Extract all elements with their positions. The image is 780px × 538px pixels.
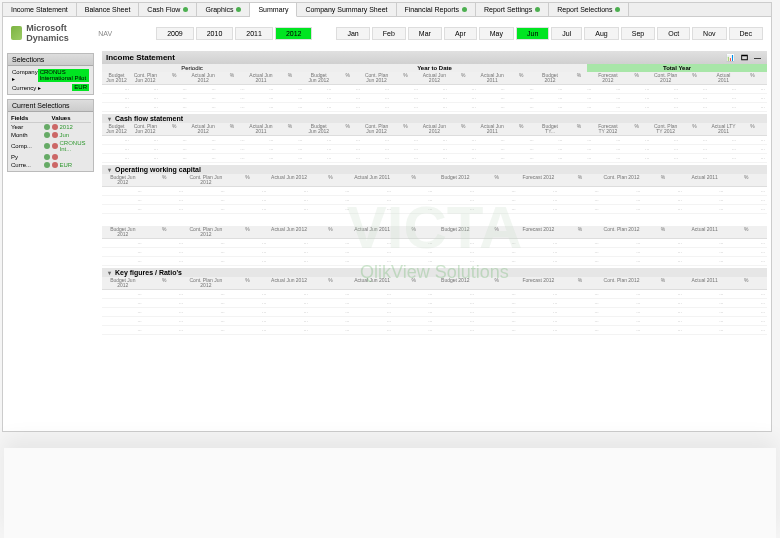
column-header[interactable]: Cont. Plan 2012 — [601, 226, 643, 238]
column-header[interactable]: Cont. Plan Jun 2012 — [185, 277, 227, 289]
column-header[interactable]: % — [449, 72, 478, 84]
column-header[interactable]: Budget 2012 — [536, 72, 565, 84]
column-header[interactable]: % — [227, 226, 269, 238]
column-header[interactable]: % — [310, 226, 352, 238]
column-header[interactable]: % — [391, 72, 420, 84]
current-selection-row[interactable]: Curre...EUR — [10, 161, 91, 169]
month-jun[interactable]: Jun — [516, 27, 549, 40]
column-header[interactable]: Forecast 2012 — [518, 226, 560, 238]
column-header[interactable]: Budget Jun 2012 — [102, 277, 144, 289]
chart-icon[interactable]: 📊 — [724, 54, 737, 62]
column-header[interactable]: Cont. Plan 2012 — [601, 174, 643, 186]
column-header[interactable]: Actual Jun 2012 — [420, 72, 449, 84]
column-header[interactable]: Forecast 2012 — [518, 277, 560, 289]
column-header[interactable]: Actual Jun 2011 — [478, 72, 507, 84]
column-header[interactable]: Budget 2012 — [435, 174, 477, 186]
column-header[interactable]: Budget 2012 — [435, 226, 477, 238]
column-header[interactable]: % — [507, 72, 536, 84]
column-header[interactable]: Forecast TY 2012 — [593, 123, 622, 135]
column-header[interactable]: Actual Jun 2011 — [247, 123, 276, 135]
column-header[interactable]: % — [333, 123, 362, 135]
month-oct[interactable]: Oct — [657, 27, 690, 40]
lock-icon[interactable] — [52, 162, 58, 168]
current-selection-row[interactable]: Py — [10, 153, 91, 161]
month-aug[interactable]: Aug — [584, 27, 618, 40]
column-header[interactable]: Actual Jun 2011 — [351, 277, 393, 289]
column-header[interactable]: Actual 2011 — [684, 226, 726, 238]
column-header[interactable]: Budget Jun 2012 — [304, 123, 333, 135]
column-header[interactable]: Budget Jun 2012 — [304, 72, 333, 84]
column-header[interactable]: % — [160, 123, 189, 135]
column-header[interactable]: % — [622, 72, 651, 84]
column-header[interactable]: Actual Jun 2012 — [420, 123, 449, 135]
column-header[interactable]: Cont. Plan Jun 2012 — [131, 123, 160, 135]
tab-graphics[interactable]: Graphics — [197, 3, 250, 16]
month-apr[interactable]: Apr — [444, 27, 477, 40]
column-header[interactable]: % — [559, 226, 601, 238]
month-sep[interactable]: Sep — [621, 27, 655, 40]
column-header[interactable]: % — [680, 123, 709, 135]
column-header[interactable]: Cont. Plan 2012 — [601, 277, 643, 289]
column-header[interactable]: % — [476, 174, 518, 186]
tab-financial-reports[interactable]: Financial Reports — [397, 3, 476, 16]
tab-company-summary-sheet[interactable]: Company Summary Sheet — [297, 3, 396, 16]
column-header[interactable]: Budget Jun 2012 — [102, 72, 131, 84]
month-may[interactable]: May — [479, 27, 514, 40]
column-header[interactable]: % — [310, 174, 352, 186]
collapse-icon[interactable]: ▾ — [106, 115, 113, 122]
column-header[interactable]: Forecast 2012 — [518, 174, 560, 186]
column-header[interactable]: Cont. Plan TY 2012 — [651, 123, 680, 135]
clear-icon[interactable] — [44, 154, 50, 160]
column-header[interactable]: Actual Jun 2012 — [268, 226, 310, 238]
column-header[interactable]: % — [160, 72, 189, 84]
column-header[interactable]: % — [393, 226, 435, 238]
current-selection-row[interactable]: MonthJun — [10, 131, 91, 139]
clear-icon[interactable] — [44, 162, 50, 168]
collapse-icon[interactable]: ▾ — [106, 269, 113, 276]
column-header[interactable]: Forecast 2012 — [593, 72, 622, 84]
column-header[interactable]: Actual Jun 2012 — [189, 123, 218, 135]
clear-icon[interactable] — [44, 124, 50, 130]
column-header[interactable]: % — [725, 174, 767, 186]
tab-report-settings[interactable]: Report Settings — [476, 3, 549, 16]
column-header[interactable]: % — [333, 72, 362, 84]
month-mar[interactable]: Mar — [408, 27, 442, 40]
column-header[interactable]: % — [275, 72, 304, 84]
column-header[interactable]: % — [738, 72, 767, 84]
column-header[interactable]: Budget TY... — [536, 123, 565, 135]
clear-icon[interactable] — [44, 143, 50, 149]
column-header[interactable]: % — [565, 123, 594, 135]
column-header[interactable]: Cont. Plan 2012 — [651, 72, 680, 84]
column-header[interactable]: % — [310, 277, 352, 289]
column-header[interactable]: % — [725, 277, 767, 289]
year-2010[interactable]: 2010 — [196, 27, 234, 40]
column-header[interactable]: Budget Jun 2012 — [102, 226, 144, 238]
expand-icon[interactable]: 🗖 — [739, 54, 750, 62]
current-selection-row[interactable]: Year2012 — [10, 123, 91, 131]
column-header[interactable]: Budget Jun 2012 — [102, 174, 144, 186]
column-header[interactable]: % — [227, 277, 269, 289]
column-header[interactable]: Actual Jun 2011 — [478, 123, 507, 135]
column-header[interactable]: Cont. Plan Jun 2012 — [362, 123, 391, 135]
collapse-icon[interactable]: ▾ — [106, 166, 113, 173]
column-header[interactable]: % — [144, 174, 186, 186]
column-header[interactable]: % — [642, 277, 684, 289]
current-selection-row[interactable]: Comp...CRONUS Int... — [10, 139, 91, 153]
column-header[interactable]: % — [391, 123, 420, 135]
column-header[interactable]: % — [275, 123, 304, 135]
month-feb[interactable]: Feb — [372, 27, 406, 40]
tab-cash-flow[interactable]: Cash Flow — [139, 3, 197, 16]
column-header[interactable]: Actual Jun 2011 — [247, 72, 276, 84]
column-header[interactable]: % — [507, 123, 536, 135]
column-header[interactable]: Actual Jun 2011 — [351, 174, 393, 186]
column-header[interactable]: Actual Jun 2012 — [268, 174, 310, 186]
year-2011[interactable]: 2011 — [235, 27, 273, 40]
column-header[interactable]: % — [144, 226, 186, 238]
column-header[interactable]: % — [680, 72, 709, 84]
column-header[interactable]: Actual 2011 — [684, 174, 726, 186]
column-header[interactable]: % — [218, 72, 247, 84]
column-header[interactable]: Cont. Plan Jun 2012 — [185, 226, 227, 238]
column-header[interactable]: % — [559, 277, 601, 289]
column-header[interactable]: Cont. Plan Jun 2012 — [362, 72, 391, 84]
column-header[interactable]: % — [642, 174, 684, 186]
